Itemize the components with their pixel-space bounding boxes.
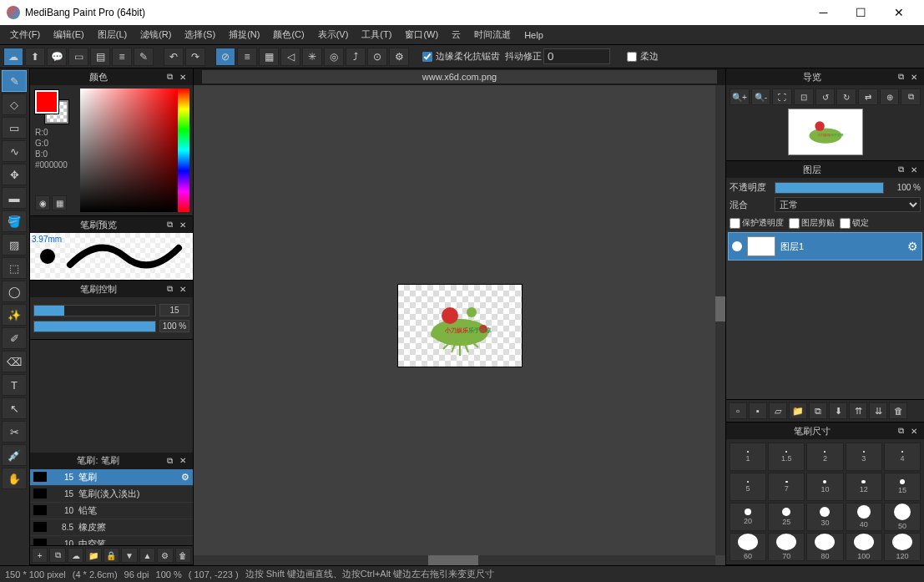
brush-size-cell[interactable]: 10 bbox=[806, 473, 843, 501]
brush-size-cell[interactable]: 12 bbox=[846, 473, 882, 501]
brush-size-cell[interactable]: 20 bbox=[730, 503, 766, 531]
brush-down-button[interactable]: ▼ bbox=[121, 548, 137, 563]
brush-opacity-value[interactable]: 100 % bbox=[159, 320, 189, 332]
layer-up-button[interactable]: ⇈ bbox=[849, 402, 867, 419]
text-tool[interactable]: T bbox=[2, 374, 27, 396]
panel-close-icon[interactable]: ✕ bbox=[907, 424, 921, 438]
clipping-checkbox[interactable]: 图层剪贴 bbox=[789, 217, 835, 229]
color-wheel-icon[interactable]: ◉ bbox=[35, 195, 50, 210]
page-button[interactable]: ▤ bbox=[90, 48, 110, 66]
brush-size-cell[interactable]: 60 bbox=[730, 533, 766, 561]
brush-size-cell[interactable]: 1 bbox=[730, 443, 766, 471]
brush-folder-button[interactable]: 📁 bbox=[85, 548, 101, 563]
minimize-button[interactable]: ─ bbox=[805, 0, 842, 25]
hand-tool[interactable]: ✋ bbox=[2, 468, 27, 489]
redo-button[interactable]: ↷ bbox=[185, 48, 205, 66]
flip-button[interactable]: ⇄ bbox=[858, 89, 878, 105]
brush-size-cell[interactable]: 1.5 bbox=[768, 443, 805, 471]
maximize-button[interactable]: ☐ bbox=[842, 0, 880, 25]
magic-wand-tool[interactable]: ✨ bbox=[2, 304, 27, 326]
menu-help[interactable]: Help bbox=[518, 28, 550, 43]
brush-size-slider[interactable] bbox=[33, 305, 156, 316]
brush-size-value[interactable]: 15 bbox=[159, 304, 189, 316]
snap-perspective-button[interactable]: ◁ bbox=[280, 48, 300, 66]
brush-add-button[interactable]: + bbox=[32, 548, 48, 563]
menu-edit[interactable]: 编辑(E) bbox=[47, 26, 91, 43]
comment-button[interactable]: 💬 bbox=[47, 48, 67, 66]
color-palette-icon[interactable]: ▦ bbox=[52, 195, 67, 210]
rotate-right-button[interactable]: ↻ bbox=[836, 89, 856, 105]
snap-radial-button[interactable]: ✳ bbox=[302, 48, 322, 66]
cloud-button[interactable]: ☁ bbox=[3, 48, 23, 66]
menu-layer[interactable]: 图层(L) bbox=[91, 26, 134, 43]
brush-size-cell[interactable]: 3 bbox=[846, 443, 882, 471]
layer-visibility-icon[interactable] bbox=[732, 241, 742, 251]
eraser-tool[interactable]: ◇ bbox=[2, 94, 27, 115]
brush-size-cell[interactable]: 120 bbox=[884, 533, 921, 561]
brush-size-cell[interactable]: 4 bbox=[884, 443, 921, 471]
brush-size-cell[interactable]: 25 bbox=[768, 503, 805, 531]
panel-popout-icon[interactable]: ⧉ bbox=[163, 454, 176, 468]
panel-popout-icon[interactable]: ⧉ bbox=[163, 282, 176, 296]
menu-view[interactable]: 表示(V) bbox=[311, 26, 356, 43]
reset-rotation-button[interactable]: ⊕ bbox=[880, 89, 900, 105]
menu-window[interactable]: 窗口(W) bbox=[398, 26, 445, 43]
snap-off-button[interactable]: ⊘ bbox=[215, 48, 235, 66]
merge-layer-button[interactable]: ⬇ bbox=[829, 402, 847, 419]
brush-settings-button[interactable]: ⚙ bbox=[157, 548, 173, 563]
fit-screen-button[interactable]: ⛶ bbox=[772, 89, 792, 105]
list-button[interactable]: ≡ bbox=[112, 48, 132, 66]
undo-button[interactable]: ↶ bbox=[164, 48, 184, 66]
brush-delete-button[interactable]: 🗑 bbox=[175, 548, 191, 563]
layer-down-button[interactable]: ⇊ bbox=[869, 402, 887, 419]
panel-close-icon[interactable]: ✕ bbox=[176, 218, 189, 231]
new-folder-button[interactable]: 📁 bbox=[789, 402, 807, 419]
dot-tool[interactable]: ∿ bbox=[2, 140, 27, 162]
brush-size-cell[interactable]: 70 bbox=[768, 533, 805, 561]
eyedropper-tool[interactable]: 💉 bbox=[2, 444, 27, 466]
close-button[interactable]: ✕ bbox=[880, 0, 917, 25]
brush-lock-button[interactable]: 🔒 bbox=[104, 548, 119, 563]
navigator-thumbnail[interactable]: 小刀娱乐 乐于分享 bbox=[730, 107, 921, 157]
brush-up-button[interactable]: ▲ bbox=[139, 548, 155, 563]
blend-mode-select[interactable]: 正常 bbox=[775, 197, 921, 212]
nav-extra-button[interactable]: ⧉ bbox=[901, 89, 921, 105]
panel-close-icon[interactable]: ✕ bbox=[176, 70, 189, 84]
foreground-color-swatch[interactable] bbox=[35, 90, 58, 114]
move-tool[interactable]: ✥ bbox=[2, 164, 27, 185]
select-pen-tool[interactable]: ✐ bbox=[2, 327, 27, 349]
edit-tool-button[interactable]: ✎ bbox=[134, 48, 154, 66]
operation-tool[interactable]: ↖ bbox=[2, 397, 27, 419]
brush-cloud-button[interactable]: ☁ bbox=[68, 548, 83, 563]
menu-cloud[interactable]: 云 bbox=[445, 26, 467, 43]
menu-color[interactable]: 颜色(C) bbox=[266, 26, 311, 43]
new-8bit-layer-button[interactable]: ▱ bbox=[769, 402, 787, 419]
menu-filter[interactable]: 滤镜(R) bbox=[134, 26, 178, 43]
brush-list-item[interactable]: 15笔刷(淡入淡出) bbox=[30, 486, 193, 503]
upload-button[interactable]: ⬆ bbox=[25, 48, 45, 66]
snap-parallel-button[interactable]: ≡ bbox=[237, 48, 257, 66]
panel-popout-icon[interactable]: ⧉ bbox=[163, 70, 176, 84]
delete-layer-button[interactable]: 🗑 bbox=[889, 402, 907, 419]
panel-close-icon[interactable]: ✕ bbox=[176, 282, 189, 296]
brush-size-cell[interactable]: 5 bbox=[730, 473, 766, 501]
zoom-out-button[interactable]: 🔍- bbox=[751, 89, 771, 105]
canvas-image[interactable]: 小刀娱乐 乐于分享 bbox=[397, 284, 523, 367]
antialias-checkbox[interactable]: 边缘柔化抗锯齿 bbox=[422, 50, 500, 63]
divide-tool[interactable]: ✂ bbox=[2, 421, 27, 443]
panel-popout-icon[interactable]: ⧉ bbox=[894, 424, 907, 438]
shape-tool[interactable]: ▭ bbox=[2, 117, 27, 139]
panel-popout-icon[interactable]: ⧉ bbox=[894, 163, 907, 176]
brush-size-cell[interactable]: 100 bbox=[846, 533, 882, 561]
zoom-in-button[interactable]: 🔍+ bbox=[730, 89, 750, 105]
layer-opacity-slider[interactable] bbox=[775, 182, 884, 194]
select-eraser-tool[interactable]: ⌫ bbox=[2, 351, 27, 372]
shake-correction-input[interactable] bbox=[543, 48, 610, 64]
protect-alpha-checkbox[interactable]: 保护透明度 bbox=[730, 217, 784, 229]
canvas-viewport[interactable]: 小刀娱乐 乐于分享 bbox=[194, 85, 725, 565]
brush-size-cell[interactable]: 30 bbox=[806, 503, 843, 531]
brush-size-cell[interactable]: 7 bbox=[768, 473, 805, 501]
gear-icon[interactable]: ⚙ bbox=[181, 472, 189, 483]
snap-curve-button[interactable]: ⤴ bbox=[346, 48, 366, 66]
brush-list-item[interactable]: 10铅笔 bbox=[30, 503, 193, 519]
